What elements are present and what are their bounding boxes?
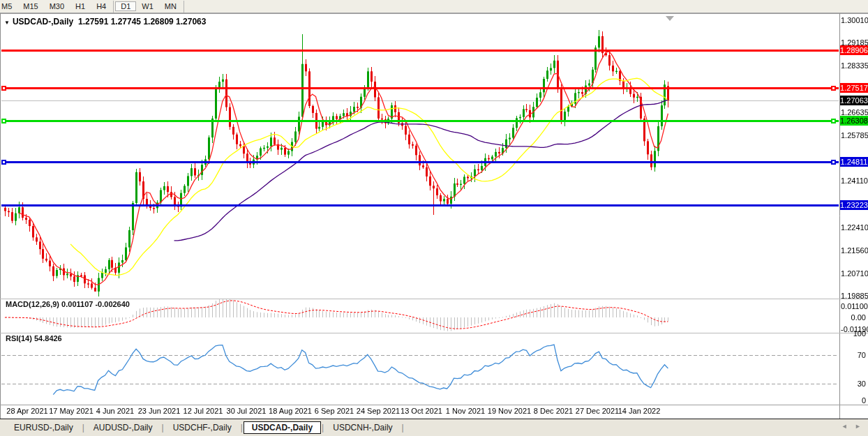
date-axis-label: 6 Sep 2021 xyxy=(309,407,359,415)
tabbar-scroll: ◄ ► xyxy=(839,423,864,430)
chart-shift-icon[interactable] xyxy=(666,16,674,21)
date-axis-label: 23 Jun 2021 xyxy=(134,407,184,415)
chart-title: ▼USDCAD-,Daily 1.27591 1.27745 1.26809 1… xyxy=(4,17,206,27)
timeframe-toolbar: M5M15M30H1H4D1W1MN xyxy=(0,0,868,13)
date-axis-label: 14 Jan 2022 xyxy=(614,407,664,415)
price-axis-tick: 1.30010 xyxy=(841,16,866,24)
rsi-axis-tick: 0 xyxy=(841,396,866,405)
chart-tab-usdcad[interactable]: USDCAD-,Daily xyxy=(244,421,321,434)
chart-tab-usdcnh[interactable]: USDCNH-,Daily xyxy=(324,421,401,434)
date-axis-label: 30 Jul 2021 xyxy=(221,407,271,415)
macd-axis-tick: 0.00 xyxy=(841,313,866,322)
chart-canvas[interactable] xyxy=(0,0,868,419)
date-axis-label: 28 Apr 2021 xyxy=(2,407,52,415)
macd-axis-tick: 0.011009 xyxy=(841,302,866,310)
timeframe-button-mn[interactable]: MN xyxy=(159,1,182,11)
chart-tab-audusd[interactable]: AUDUSD-,Daily xyxy=(85,421,161,434)
rsi-value: 54.8426 xyxy=(34,334,62,343)
toolbar-separator xyxy=(184,1,184,13)
chart-tab-usdchf[interactable]: USDCHF-,Daily xyxy=(165,421,240,434)
timeframe-button-w1[interactable]: W1 xyxy=(136,1,159,11)
price-axis-tick: 1.19885 xyxy=(841,292,866,300)
rsi-name: RSI(14) xyxy=(6,334,32,343)
price-level-badge: 1.23223 xyxy=(840,200,868,210)
date-axis-label: 17 May 2021 xyxy=(46,407,96,415)
price-level-badge: 1.24811 xyxy=(840,157,868,167)
price-axis-tick: 1.24110 xyxy=(841,176,866,185)
timeframe-button-d1[interactable]: D1 xyxy=(115,1,136,11)
macd-name: MACD(12,26,9) xyxy=(6,300,59,308)
scroll-left-icon[interactable]: ◄ xyxy=(839,423,851,430)
price-level-badge: 1.28906 xyxy=(840,45,868,55)
date-axis-label: 18 Aug 2021 xyxy=(265,407,315,415)
tab-separator: | xyxy=(401,423,405,433)
macd-values: 0.001107 -0.002640 xyxy=(61,300,130,308)
chart-tab-eurusd[interactable]: EURUSD-,Daily xyxy=(6,421,82,434)
macd-label: MACD(12,26,9) 0.001107 -0.002640 xyxy=(6,300,130,308)
chart-ohlc-values: 1.27591 1.27745 1.26809 1.27063 xyxy=(78,17,207,27)
rsi-axis-tick: 70 xyxy=(841,351,866,359)
chart-tabs-bar: EURUSD-,Daily|AUDUSD-,Daily|USDCHF-,Dail… xyxy=(0,419,868,436)
price-axis-tick: 1.28335 xyxy=(841,61,866,70)
price-axis-tick: 1.20710 xyxy=(841,269,866,278)
date-axis-label: 4 Jun 2021 xyxy=(90,407,140,415)
timeframe-button-m5[interactable]: M5 xyxy=(0,1,17,11)
timeframe-button-h4[interactable]: H4 xyxy=(91,1,112,11)
toolbar-separator xyxy=(113,1,114,13)
price-axis-tick: 1.26635 xyxy=(841,108,866,116)
price-axis-tick: 1.22410 xyxy=(841,223,866,232)
timeframe-button-h1[interactable]: H1 xyxy=(70,1,91,11)
date-axis-label: 19 Nov 2021 xyxy=(484,407,534,415)
date-axis-label: 13 Oct 2021 xyxy=(396,407,447,415)
price-level-badge: 1.26308 xyxy=(840,116,868,126)
price-axis-tick: 1.25785 xyxy=(841,131,866,140)
rsi-axis-tick: 100 xyxy=(841,329,866,338)
chart-symbol-label: USDCAD-,Daily xyxy=(13,17,73,27)
timeframe-button-m30[interactable]: M30 xyxy=(44,1,70,11)
timeframe-button-m15[interactable]: M15 xyxy=(17,1,43,11)
trading-terminal-window: M5M15M30H1H4D1W1MN ▼USDCAD-,Daily 1.2759… xyxy=(0,0,868,436)
date-axis-label: 1 Nov 2021 xyxy=(440,407,491,415)
date-axis-label: 8 Dec 2021 xyxy=(528,407,578,415)
current-price-badge: 1.27063 xyxy=(840,96,868,105)
rsi-label: RSI(14) 54.8426 xyxy=(6,334,62,343)
price-level-badge: 1.27517 xyxy=(840,83,868,93)
scroll-right-icon[interactable]: ► xyxy=(852,423,864,430)
price-axis-tick: 1.21560 xyxy=(841,246,866,255)
rsi-axis-tick: 30 xyxy=(841,379,866,388)
symbol-dropdown-icon[interactable]: ▼ xyxy=(4,20,10,26)
